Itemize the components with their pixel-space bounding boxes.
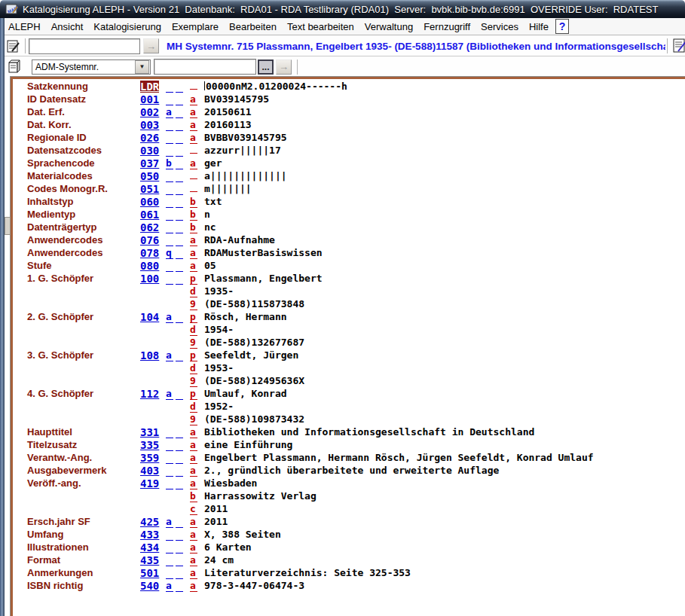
indicator-2[interactable] (176, 196, 183, 208)
field-value[interactable]: 1935- (204, 285, 234, 297)
field-tag-text[interactable]: 062 (140, 221, 159, 233)
field-value[interactable]: 1953- (204, 362, 234, 374)
subfield-code[interactable]: a (190, 463, 197, 477)
indicator-1[interactable]: a (166, 311, 173, 323)
menu-item-hilfe[interactable]: Hilfe (524, 20, 554, 34)
system-number-input[interactable] (154, 59, 256, 75)
record-go-button[interactable]: → (143, 38, 159, 53)
field-value[interactable]: (DE-588)115873848 (204, 298, 304, 310)
subfield-slot[interactable]: b (190, 490, 197, 502)
record-search-input[interactable] (29, 38, 140, 54)
subfield-code[interactable]: d (190, 322, 197, 336)
menu-item-text-bearbeiten[interactable]: Text bearbeiten (282, 20, 359, 34)
subfield-code[interactable]: b (190, 489, 197, 502)
field-value[interactable]: Seefeldt, Jürgen (204, 349, 298, 361)
subfield-code[interactable]: p (190, 310, 197, 323)
field-indicators[interactable]: a (166, 580, 186, 592)
indicator-1[interactable]: a (166, 580, 173, 592)
field-tag[interactable]: 501 (140, 567, 166, 579)
field-tag[interactable]: 030 (140, 145, 166, 157)
indicator-1[interactable] (166, 170, 173, 182)
field-tag-text[interactable]: 425 (140, 516, 159, 528)
subfield-code[interactable]: c (190, 502, 197, 515)
field-value[interactable]: X, 388 Seiten (204, 529, 281, 541)
subfield-code[interactable]: 9 (190, 335, 197, 349)
subfield-code[interactable]: a (190, 553, 197, 566)
field-indicators[interactable] (166, 209, 186, 221)
field-tag-text[interactable]: 359 (140, 452, 159, 464)
indicator-2[interactable] (176, 81, 183, 93)
field-value[interactable]: (DE-588)109873432 (204, 413, 304, 425)
subfield-code[interactable]: p (190, 348, 197, 361)
indicator-2[interactable] (176, 157, 183, 169)
field-tag[interactable]: 335 (140, 439, 166, 451)
field-value[interactable]: Literaturverzeichnis: Seite 325-353 (204, 567, 411, 579)
field-indicators[interactable]: a (166, 516, 186, 528)
subfield-code[interactable]: a (190, 450, 197, 464)
indicator-1[interactable] (166, 196, 173, 208)
subfield-slot[interactable]: a (190, 260, 197, 272)
subfield-slot[interactable]: a (190, 426, 197, 438)
indicator-2[interactable] (176, 554, 183, 566)
field-indicators[interactable] (166, 554, 186, 566)
subfield-slot[interactable]: a (190, 439, 197, 451)
field-indicators[interactable] (166, 81, 186, 93)
field-value[interactable]: Wiesbaden (204, 477, 257, 489)
field-value[interactable]: 2., gründlich überarbeitete und erweiter… (204, 465, 499, 477)
menu-item-fernzugriff[interactable]: Fernzugriff (418, 20, 476, 34)
field-tag[interactable]: 037 (140, 157, 166, 169)
menu-item-bearbeiten[interactable]: Bearbeiten (224, 20, 282, 34)
subfield-code[interactable]: 9 (190, 412, 197, 425)
field-value[interactable]: m||||||| (204, 183, 252, 195)
subfield-slot[interactable]: 9 (190, 413, 197, 425)
field-indicators[interactable]: q (166, 247, 186, 259)
field-tag-text[interactable]: 030 (140, 145, 159, 157)
subfield-code[interactable]: a (190, 566, 197, 579)
field-value[interactable]: (DE-588)132677687 (204, 337, 304, 349)
indicator-1[interactable]: q (166, 247, 173, 259)
field-value[interactable]: (DE-588)12495636X (204, 375, 304, 387)
indicator-1[interactable] (166, 541, 173, 553)
base-selector[interactable]: ADM-Systemnr. ▼ (32, 59, 151, 75)
indicator-2[interactable] (176, 529, 183, 541)
field-tag[interactable]: LDR (140, 81, 166, 93)
field-tag-text[interactable]: 050 (140, 170, 159, 182)
field-tag-text[interactable]: 501 (140, 567, 159, 579)
indicator-1[interactable]: b (166, 157, 173, 169)
indicator-1[interactable] (166, 209, 173, 221)
navigate-go-button[interactable]: → (276, 59, 292, 75)
field-value[interactable]: BVBBV039145795 (204, 132, 287, 144)
field-tag[interactable]: 051 (140, 183, 166, 195)
field-value[interactable]: a||||||||||||| (204, 170, 287, 182)
subfield-slot[interactable]: p (190, 388, 197, 400)
field-value[interactable]: txt (204, 196, 222, 208)
field-indicators[interactable] (166, 273, 186, 285)
indicator-1[interactable] (166, 221, 173, 233)
subfield-slot[interactable] (190, 180, 197, 192)
field-tag[interactable]: 003 (140, 119, 166, 131)
subfield-slot[interactable]: p (190, 349, 197, 361)
field-tag-text[interactable]: 060 (140, 196, 159, 208)
indicator-2[interactable] (176, 516, 183, 528)
menu-item-services[interactable]: Services (476, 20, 524, 34)
indicator-1[interactable]: a (166, 516, 173, 528)
field-indicators[interactable] (166, 183, 186, 195)
subfield-code[interactable]: a (190, 245, 197, 259)
browse-button[interactable]: ... (258, 59, 274, 75)
field-tag[interactable]: 434 (140, 541, 166, 553)
field-indicators[interactable] (166, 465, 186, 477)
subfield-code[interactable]: b (190, 207, 197, 221)
subfield-code[interactable]: b (190, 194, 197, 208)
subfield-slot[interactable]: d (190, 362, 197, 374)
subfield-code[interactable]: a (190, 540, 197, 553)
field-tag-text[interactable]: 335 (140, 439, 159, 451)
field-tag-text[interactable]: 331 (140, 426, 159, 438)
subfield-slot[interactable]: a (190, 93, 197, 105)
indicator-2[interactable] (176, 221, 183, 233)
subfield-slot[interactable]: a (190, 247, 197, 259)
subfield-code[interactable]: 9 (190, 374, 197, 387)
indicator-1[interactable]: a (166, 388, 173, 400)
field-tag[interactable]: 026 (140, 132, 166, 144)
field-value[interactable]: Harrassowitz Verlag (204, 490, 317, 502)
field-tag[interactable]: 331 (140, 426, 166, 438)
